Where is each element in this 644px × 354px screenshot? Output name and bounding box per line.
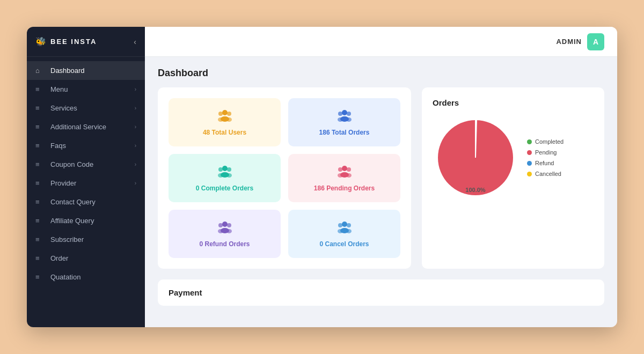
svg-point-13 [218,167,223,172]
nav-label-services: Services [50,104,135,112]
sidebar-item-subscriber[interactable]: ≡ Subscriber [27,230,145,249]
nav-icon-contact-query: ≡ [35,198,45,206]
sidebar-item-coupon-code[interactable]: ≡ Coupon Code › [27,155,145,174]
nav-label-menu: Menu [50,85,135,93]
nav-arrow-provider: › [135,180,136,186]
svg-point-16 [218,173,223,178]
nav-icon-order: ≡ [35,254,45,262]
nav-arrow-menu: › [135,86,136,92]
legend-dot-refund [527,161,532,166]
nav-label-faqs: Faqs [50,142,135,150]
sidebar-item-quotation[interactable]: ≡ Quatation [27,268,145,286]
app-window: 🐝 BEE INSTA ‹ ⌂ Dashboard ≡ Menu › ≡ Ser… [27,27,617,327]
stat-label-total-orders: 186 Total Orders [319,129,370,136]
stat-icon-cancel-orders [336,220,353,237]
sidebar-nav: ⌂ Dashboard ≡ Menu › ≡ Services › ≡ Addi… [27,57,145,327]
legend-item-completed: Completed [527,138,564,145]
sidebar: 🐝 BEE INSTA ‹ ⌂ Dashboard ≡ Menu › ≡ Ser… [27,27,145,327]
nav-label-contact-query: Contact Query [50,198,136,206]
stats-grid: 48 Total Users 186 Total Orders 0 Comple… [158,87,411,269]
logo-text: BEE INSTA [50,38,97,46]
nav-label-order: Order [50,254,136,262]
svg-point-30 [342,222,347,227]
logo: 🐝 BEE INSTA [35,36,97,47]
pie-label: 100.0% [465,187,485,193]
nav-icon-provider: ≡ [35,179,45,187]
nav-label-coupon-code: Coupon Code [50,160,135,168]
pie-chart: 100.0% [433,115,518,201]
svg-point-0 [222,110,228,115]
svg-point-12 [222,166,228,171]
nav-label-quotation: Quatation [50,273,136,281]
content-area: Dashboard 48 Total Users 186 Total Order… [145,57,617,327]
legend-dot-completed [527,139,532,144]
nav-icon-coupon-code: ≡ [35,160,45,168]
stat-card-total-orders: 186 Total Orders [288,98,400,146]
svg-point-1 [218,112,223,116]
stat-label-complete-orders: 0 Complete Orders [196,185,253,192]
svg-point-26 [227,223,231,227]
legend-label-completed: Completed [535,138,564,145]
stat-icon-total-orders [336,109,353,126]
nav-icon-menu: ≡ [35,85,45,93]
svg-point-19 [338,167,342,172]
sidebar-item-dashboard[interactable]: ⌂ Dashboard [27,61,145,80]
avatar[interactable]: A [587,33,604,50]
stat-card-cancel-orders: 0 Cancel Orders [288,210,400,258]
svg-point-7 [338,112,342,116]
svg-point-18 [342,166,347,171]
sidebar-item-faqs[interactable]: ≡ Faqs › [27,136,145,155]
stat-card-refund-orders: 0 Refund Orders [169,210,281,258]
stat-icon-refund-orders [217,220,233,237]
page-title: Dashboard [158,68,604,79]
nav-arrow-services: › [135,105,136,111]
sidebar-item-contact-query[interactable]: ≡ Contact Query [27,193,145,211]
svg-point-8 [347,112,351,116]
orders-title: Orders [433,98,594,107]
sidebar-item-menu[interactable]: ≡ Menu › [27,80,145,99]
nav-label-subscriber: Subscriber [50,235,136,244]
nav-icon-quotation: ≡ [35,273,45,281]
nav-icon-affiliate-query: ≡ [35,217,45,225]
nav-label-dashboard: Dashboard [50,67,136,75]
sidebar-item-services[interactable]: ≡ Services › [27,99,145,117]
main-content: ADMIN A Dashboard 48 Total Users 18 [145,27,617,327]
stat-icon-total-users [217,109,233,126]
collapse-button[interactable]: ‹ [134,38,136,46]
svg-point-22 [338,173,343,178]
sidebar-item-affiliate-query[interactable]: ≡ Affiliate Query [27,211,145,230]
sidebar-item-additional-service[interactable]: ≡ Additional Service › [27,117,145,136]
legend-item-cancelled: Cancelled [527,171,564,177]
nav-icon-dashboard: ⌂ [35,67,45,75]
svg-point-35 [346,229,352,233]
legend-item-pending: Pending [527,149,564,156]
nav-icon-services: ≡ [35,104,45,112]
nav-arrow-additional-service: › [135,124,136,130]
topbar-user: ADMIN A [556,33,604,50]
svg-point-11 [346,117,352,122]
stat-label-pending-orders: 186 Pending Orders [314,185,375,192]
svg-point-17 [226,173,232,178]
svg-point-31 [338,223,342,227]
svg-point-28 [218,229,223,233]
dashboard-grid: 48 Total Users 186 Total Orders 0 Comple… [158,87,604,269]
svg-point-32 [347,223,351,227]
legend-label-pending: Pending [535,149,557,156]
svg-point-24 [222,222,228,227]
legend-dot-cancelled [527,172,532,176]
sidebar-item-provider[interactable]: ≡ Provider › [27,174,145,193]
legend: Completed Pending Refund Cancelled [527,138,564,177]
stat-card-complete-orders: 0 Complete Orders [169,154,281,202]
stat-label-refund-orders: 0 Refund Orders [199,240,250,248]
topbar: ADMIN A [145,27,617,57]
nav-label-affiliate-query: Affiliate Query [50,217,136,225]
stat-label-total-users: 48 Total Users [203,129,246,136]
nav-icon-additional-service: ≡ [35,123,45,131]
stat-label-cancel-orders: 0 Cancel Orders [319,240,369,248]
sidebar-item-order[interactable]: ≡ Order [27,249,145,268]
svg-point-4 [218,117,223,122]
nav-icon-faqs: ≡ [35,142,45,150]
sidebar-logo: 🐝 BEE INSTA ‹ [27,27,145,57]
stat-icon-pending-orders [336,165,353,181]
svg-point-23 [346,173,352,178]
